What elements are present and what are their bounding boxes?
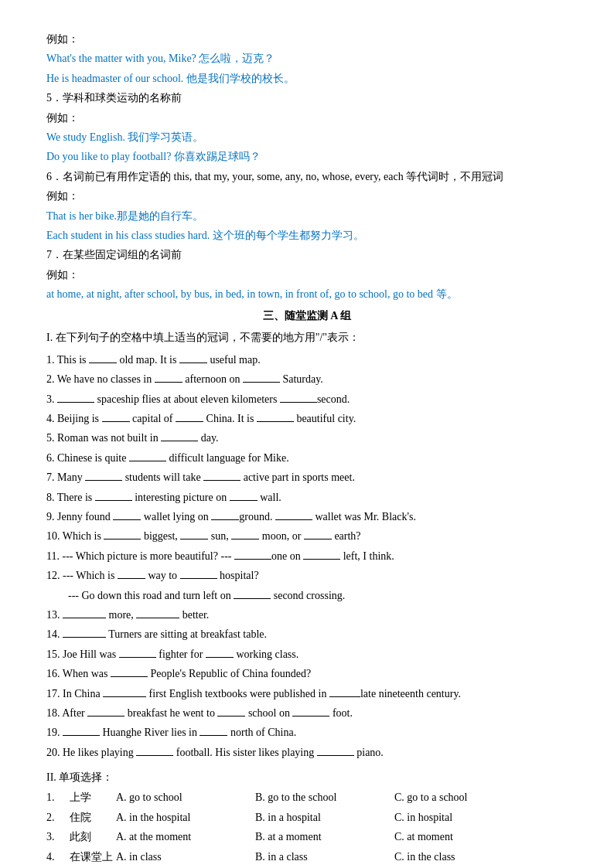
sentence-18: 18. After breakfast he went to school on… bbox=[46, 705, 568, 722]
sentence-10: 10. Which is biggest, sun, moon, or eart… bbox=[46, 528, 568, 545]
choice-a: A. go to school bbox=[116, 789, 255, 806]
choice-row-1: 1. 上学 A. go to school B. go to the schoo… bbox=[46, 789, 568, 806]
blank bbox=[179, 363, 207, 363]
sentence-11: 11. --- Which picture is more beautiful?… bbox=[46, 548, 568, 565]
rule6: 6．名词前已有用作定语的 this, that my, your, some, … bbox=[46, 168, 568, 186]
blank bbox=[95, 500, 132, 501]
choice-b: B. at a moment bbox=[255, 829, 394, 846]
choice-c: C. in hospital bbox=[394, 809, 518, 826]
blank bbox=[57, 402, 94, 403]
choice-num: 4. bbox=[46, 849, 70, 866]
blank bbox=[317, 755, 354, 756]
sentence-6: 6. Chinese is quite difficult language f… bbox=[46, 450, 568, 467]
blank bbox=[129, 461, 166, 461]
blank bbox=[89, 363, 117, 363]
blank bbox=[180, 539, 208, 540]
blank bbox=[161, 441, 198, 441]
blank bbox=[111, 676, 148, 677]
blank bbox=[234, 598, 271, 599]
ex7: 例如： bbox=[46, 267, 568, 284]
example-line2: He is headmaster of our school. 他是我们学校的校… bbox=[46, 70, 568, 87]
blank bbox=[176, 421, 203, 422]
sentence-13: 13. more, better. bbox=[46, 607, 568, 624]
sentence-16: 16. When was People's Republic of China … bbox=[46, 665, 568, 682]
choice-a: A. at the moment bbox=[116, 829, 255, 846]
blank bbox=[103, 696, 146, 697]
blank bbox=[119, 657, 156, 658]
part2-section: II. 单项选择： 1. 上学 A. go to school B. go to… bbox=[46, 769, 568, 866]
example-line5: That is her bike.那是她的自行车。 bbox=[46, 208, 568, 225]
blank bbox=[87, 716, 125, 717]
choice-b: B. in a class bbox=[255, 849, 394, 866]
blank bbox=[200, 735, 227, 736]
choice-row-3: 3. 此刻 A. at the moment B. at a moment C.… bbox=[46, 829, 568, 846]
exercise-title: I. 在下列句子的空格中填上适当的冠词，不需要的地方用"/"表示： bbox=[46, 329, 568, 346]
sentence-20: 20. He likes playing football. His siste… bbox=[46, 744, 568, 761]
sentence-2: 2. We have no classes in afternoon on Sa… bbox=[46, 371, 568, 388]
choice-label: 在课堂上 bbox=[70, 849, 116, 866]
blank bbox=[85, 480, 122, 481]
blank bbox=[63, 637, 106, 638]
sentence-12a: 12. --- Which is way to hospital? bbox=[46, 567, 568, 584]
sentence-8: 8. There is interesting picture on wall. bbox=[46, 489, 568, 506]
blank bbox=[63, 618, 106, 618]
example-line3: We study English. 我们学习英语。 bbox=[46, 129, 568, 146]
sentence-5: 5. Roman was not built in day. bbox=[46, 430, 568, 447]
choice-label: 上学 bbox=[70, 789, 116, 806]
blank bbox=[206, 657, 234, 658]
blank bbox=[113, 519, 141, 520]
main-content: 例如： What's the matter with you, Mike? 怎么… bbox=[46, 31, 568, 866]
blank bbox=[275, 519, 312, 520]
blank bbox=[136, 755, 173, 756]
blank bbox=[243, 382, 280, 383]
example-line4: Do you like to play football? 你喜欢踢足球吗？ bbox=[46, 148, 568, 165]
blank bbox=[211, 519, 239, 520]
blank bbox=[63, 735, 100, 736]
rule7: 7．在某些固定词组的名词前 bbox=[46, 247, 568, 264]
ex6: 例如： bbox=[46, 188, 568, 205]
example-line7: at home, at night, after school, by bus,… bbox=[46, 286, 568, 303]
sentence-4: 4. Beijing is capital of China. It is be… bbox=[46, 410, 568, 427]
choice-num: 1. bbox=[46, 789, 70, 806]
choice-b: B. in a hospital bbox=[255, 809, 394, 826]
sentence-12b: --- Go down this road and turn left on s… bbox=[68, 587, 568, 604]
choice-row-2: 2. 住院 A. in the hospital B. in a hospita… bbox=[46, 809, 568, 826]
blank bbox=[136, 618, 179, 618]
ex5: 例如： bbox=[46, 110, 568, 127]
blank bbox=[180, 578, 217, 579]
choice-c: C. at moment bbox=[394, 829, 518, 846]
choice-label: 此刻 bbox=[70, 829, 116, 846]
part-title: 三、随堂监测 A 组 bbox=[46, 309, 568, 323]
sentence-9: 9. Jenny found wallet lying on ground. w… bbox=[46, 509, 568, 526]
choice-num: 2. bbox=[46, 809, 70, 826]
choice-a: A. in class bbox=[116, 849, 255, 866]
blank bbox=[104, 539, 141, 540]
choice-c: C. go to a school bbox=[394, 789, 518, 806]
blank bbox=[118, 578, 145, 579]
part2-title: II. 单项选择： bbox=[46, 769, 568, 786]
rule5: 5．学科和球类运动的名称前 bbox=[46, 90, 568, 107]
sentence-14: 14. Turners are sitting at breakfast tab… bbox=[46, 626, 568, 643]
blank bbox=[257, 421, 294, 422]
choice-label: 住院 bbox=[70, 809, 116, 826]
sentence-7: 7. Many students will take active part i… bbox=[46, 469, 568, 486]
blank bbox=[203, 480, 240, 481]
blank bbox=[155, 382, 182, 383]
blank bbox=[234, 559, 271, 560]
sentence-3: 3. spaceship flies at about eleven kilom… bbox=[46, 391, 568, 408]
blank bbox=[329, 696, 360, 697]
examples-intro: 例如： bbox=[46, 31, 568, 48]
blank bbox=[102, 421, 130, 422]
choice-a: A. in the hospital bbox=[116, 809, 255, 826]
sentence-1: 1. This is old map. It is useful map. bbox=[46, 352, 568, 369]
choice-b: B. go to the school bbox=[255, 789, 394, 806]
sentence-19: 19. Huanghe River lies in north of China… bbox=[46, 724, 568, 741]
choice-c: C. in the class bbox=[394, 849, 518, 866]
choice-num: 3. bbox=[46, 829, 70, 846]
example-line1: What's the matter with you, Mike? 怎么啦，迈克… bbox=[46, 50, 568, 67]
blank bbox=[280, 402, 317, 403]
sentence-17: 17. In China first English textbooks wer… bbox=[46, 686, 568, 703]
choice-row-4: 4. 在课堂上 A. in class B. in a class C. in … bbox=[46, 849, 568, 866]
blank bbox=[231, 539, 259, 540]
blank bbox=[230, 500, 258, 501]
